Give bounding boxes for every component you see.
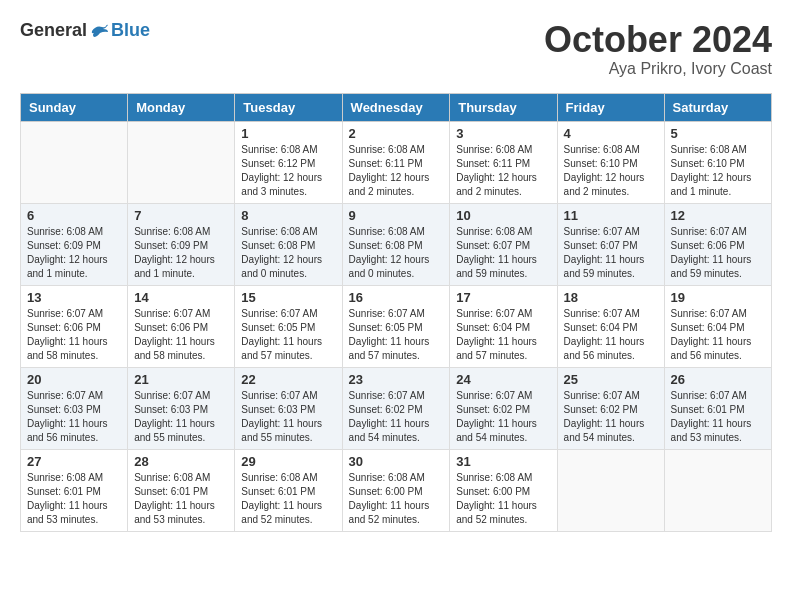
logo-blue-text: Blue bbox=[111, 20, 150, 41]
calendar-day-cell: 30Sunrise: 6:08 AM Sunset: 6:00 PM Dayli… bbox=[342, 449, 450, 531]
calendar-day-cell: 29Sunrise: 6:08 AM Sunset: 6:01 PM Dayli… bbox=[235, 449, 342, 531]
day-info: Sunrise: 6:08 AM Sunset: 6:07 PM Dayligh… bbox=[456, 225, 550, 281]
calendar-day-cell bbox=[128, 121, 235, 203]
day-info: Sunrise: 6:07 AM Sunset: 6:04 PM Dayligh… bbox=[456, 307, 550, 363]
day-number: 13 bbox=[27, 290, 121, 305]
header-sunday: Sunday bbox=[21, 93, 128, 121]
day-number: 26 bbox=[671, 372, 765, 387]
header-friday: Friday bbox=[557, 93, 664, 121]
calendar-day-cell: 2Sunrise: 6:08 AM Sunset: 6:11 PM Daylig… bbox=[342, 121, 450, 203]
day-info: Sunrise: 6:08 AM Sunset: 6:00 PM Dayligh… bbox=[349, 471, 444, 527]
calendar-day-cell: 26Sunrise: 6:07 AM Sunset: 6:01 PM Dayli… bbox=[664, 367, 771, 449]
day-number: 15 bbox=[241, 290, 335, 305]
calendar-day-cell: 11Sunrise: 6:07 AM Sunset: 6:07 PM Dayli… bbox=[557, 203, 664, 285]
day-info: Sunrise: 6:07 AM Sunset: 6:06 PM Dayligh… bbox=[27, 307, 121, 363]
calendar-day-cell: 15Sunrise: 6:07 AM Sunset: 6:05 PM Dayli… bbox=[235, 285, 342, 367]
day-number: 24 bbox=[456, 372, 550, 387]
calendar-day-cell: 9Sunrise: 6:08 AM Sunset: 6:08 PM Daylig… bbox=[342, 203, 450, 285]
header-monday: Monday bbox=[128, 93, 235, 121]
day-number: 11 bbox=[564, 208, 658, 223]
calendar-day-cell: 14Sunrise: 6:07 AM Sunset: 6:06 PM Dayli… bbox=[128, 285, 235, 367]
day-number: 21 bbox=[134, 372, 228, 387]
day-info: Sunrise: 6:08 AM Sunset: 6:11 PM Dayligh… bbox=[349, 143, 444, 199]
day-number: 3 bbox=[456, 126, 550, 141]
day-number: 22 bbox=[241, 372, 335, 387]
day-info: Sunrise: 6:07 AM Sunset: 6:06 PM Dayligh… bbox=[671, 225, 765, 281]
calendar-day-cell: 12Sunrise: 6:07 AM Sunset: 6:06 PM Dayli… bbox=[664, 203, 771, 285]
day-info: Sunrise: 6:07 AM Sunset: 6:07 PM Dayligh… bbox=[564, 225, 658, 281]
calendar-header-row: SundayMondayTuesdayWednesdayThursdayFrid… bbox=[21, 93, 772, 121]
calendar-day-cell: 21Sunrise: 6:07 AM Sunset: 6:03 PM Dayli… bbox=[128, 367, 235, 449]
day-info: Sunrise: 6:08 AM Sunset: 6:00 PM Dayligh… bbox=[456, 471, 550, 527]
calendar-day-cell: 6Sunrise: 6:08 AM Sunset: 6:09 PM Daylig… bbox=[21, 203, 128, 285]
day-info: Sunrise: 6:08 AM Sunset: 6:09 PM Dayligh… bbox=[134, 225, 228, 281]
calendar-day-cell: 1Sunrise: 6:08 AM Sunset: 6:12 PM Daylig… bbox=[235, 121, 342, 203]
calendar-week-row: 20Sunrise: 6:07 AM Sunset: 6:03 PM Dayli… bbox=[21, 367, 772, 449]
day-number: 27 bbox=[27, 454, 121, 469]
calendar-day-cell: 24Sunrise: 6:07 AM Sunset: 6:02 PM Dayli… bbox=[450, 367, 557, 449]
logo: General Blue bbox=[20, 20, 150, 41]
day-info: Sunrise: 6:08 AM Sunset: 6:10 PM Dayligh… bbox=[671, 143, 765, 199]
header-tuesday: Tuesday bbox=[235, 93, 342, 121]
calendar-day-cell: 5Sunrise: 6:08 AM Sunset: 6:10 PM Daylig… bbox=[664, 121, 771, 203]
title-block: October 2024 Aya Prikro, Ivory Coast bbox=[544, 20, 772, 78]
header-thursday: Thursday bbox=[450, 93, 557, 121]
day-info: Sunrise: 6:08 AM Sunset: 6:11 PM Dayligh… bbox=[456, 143, 550, 199]
day-info: Sunrise: 6:07 AM Sunset: 6:02 PM Dayligh… bbox=[456, 389, 550, 445]
calendar-day-cell: 20Sunrise: 6:07 AM Sunset: 6:03 PM Dayli… bbox=[21, 367, 128, 449]
calendar-week-row: 13Sunrise: 6:07 AM Sunset: 6:06 PM Dayli… bbox=[21, 285, 772, 367]
day-number: 28 bbox=[134, 454, 228, 469]
day-number: 1 bbox=[241, 126, 335, 141]
day-number: 16 bbox=[349, 290, 444, 305]
calendar-day-cell: 4Sunrise: 6:08 AM Sunset: 6:10 PM Daylig… bbox=[557, 121, 664, 203]
calendar-day-cell: 13Sunrise: 6:07 AM Sunset: 6:06 PM Dayli… bbox=[21, 285, 128, 367]
day-number: 25 bbox=[564, 372, 658, 387]
day-number: 18 bbox=[564, 290, 658, 305]
day-info: Sunrise: 6:08 AM Sunset: 6:08 PM Dayligh… bbox=[349, 225, 444, 281]
calendar-week-row: 1Sunrise: 6:08 AM Sunset: 6:12 PM Daylig… bbox=[21, 121, 772, 203]
day-number: 20 bbox=[27, 372, 121, 387]
calendar-day-cell bbox=[21, 121, 128, 203]
day-number: 4 bbox=[564, 126, 658, 141]
day-number: 29 bbox=[241, 454, 335, 469]
calendar-day-cell: 28Sunrise: 6:08 AM Sunset: 6:01 PM Dayli… bbox=[128, 449, 235, 531]
day-number: 9 bbox=[349, 208, 444, 223]
day-info: Sunrise: 6:07 AM Sunset: 6:04 PM Dayligh… bbox=[564, 307, 658, 363]
day-info: Sunrise: 6:07 AM Sunset: 6:06 PM Dayligh… bbox=[134, 307, 228, 363]
day-number: 31 bbox=[456, 454, 550, 469]
calendar-day-cell: 7Sunrise: 6:08 AM Sunset: 6:09 PM Daylig… bbox=[128, 203, 235, 285]
calendar-day-cell: 3Sunrise: 6:08 AM Sunset: 6:11 PM Daylig… bbox=[450, 121, 557, 203]
calendar-day-cell: 16Sunrise: 6:07 AM Sunset: 6:05 PM Dayli… bbox=[342, 285, 450, 367]
day-info: Sunrise: 6:08 AM Sunset: 6:09 PM Dayligh… bbox=[27, 225, 121, 281]
day-info: Sunrise: 6:07 AM Sunset: 6:02 PM Dayligh… bbox=[564, 389, 658, 445]
month-title: October 2024 bbox=[544, 20, 772, 60]
day-number: 6 bbox=[27, 208, 121, 223]
day-number: 30 bbox=[349, 454, 444, 469]
day-number: 10 bbox=[456, 208, 550, 223]
day-number: 17 bbox=[456, 290, 550, 305]
logo-general-text: General bbox=[20, 20, 87, 41]
day-info: Sunrise: 6:07 AM Sunset: 6:04 PM Dayligh… bbox=[671, 307, 765, 363]
day-info: Sunrise: 6:08 AM Sunset: 6:01 PM Dayligh… bbox=[241, 471, 335, 527]
calendar-day-cell: 27Sunrise: 6:08 AM Sunset: 6:01 PM Dayli… bbox=[21, 449, 128, 531]
calendar-day-cell: 19Sunrise: 6:07 AM Sunset: 6:04 PM Dayli… bbox=[664, 285, 771, 367]
calendar-table: SundayMondayTuesdayWednesdayThursdayFrid… bbox=[20, 93, 772, 532]
calendar-day-cell: 23Sunrise: 6:07 AM Sunset: 6:02 PM Dayli… bbox=[342, 367, 450, 449]
logo-bird-icon bbox=[90, 23, 108, 39]
location-subtitle: Aya Prikro, Ivory Coast bbox=[544, 60, 772, 78]
day-number: 7 bbox=[134, 208, 228, 223]
day-number: 19 bbox=[671, 290, 765, 305]
calendar-day-cell: 25Sunrise: 6:07 AM Sunset: 6:02 PM Dayli… bbox=[557, 367, 664, 449]
calendar-day-cell: 17Sunrise: 6:07 AM Sunset: 6:04 PM Dayli… bbox=[450, 285, 557, 367]
calendar-day-cell: 31Sunrise: 6:08 AM Sunset: 6:00 PM Dayli… bbox=[450, 449, 557, 531]
calendar-day-cell: 22Sunrise: 6:07 AM Sunset: 6:03 PM Dayli… bbox=[235, 367, 342, 449]
day-info: Sunrise: 6:07 AM Sunset: 6:02 PM Dayligh… bbox=[349, 389, 444, 445]
day-info: Sunrise: 6:07 AM Sunset: 6:03 PM Dayligh… bbox=[241, 389, 335, 445]
header-saturday: Saturday bbox=[664, 93, 771, 121]
day-info: Sunrise: 6:08 AM Sunset: 6:10 PM Dayligh… bbox=[564, 143, 658, 199]
day-info: Sunrise: 6:08 AM Sunset: 6:12 PM Dayligh… bbox=[241, 143, 335, 199]
day-info: Sunrise: 6:08 AM Sunset: 6:01 PM Dayligh… bbox=[134, 471, 228, 527]
calendar-day-cell: 8Sunrise: 6:08 AM Sunset: 6:08 PM Daylig… bbox=[235, 203, 342, 285]
header-wednesday: Wednesday bbox=[342, 93, 450, 121]
calendar-week-row: 6Sunrise: 6:08 AM Sunset: 6:09 PM Daylig… bbox=[21, 203, 772, 285]
